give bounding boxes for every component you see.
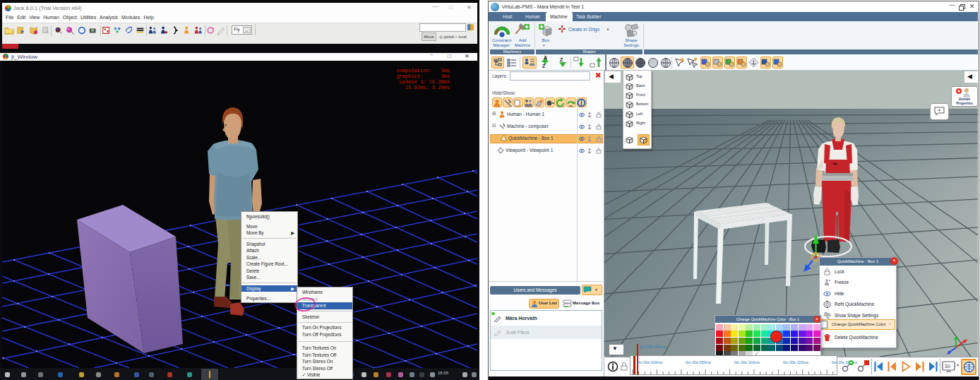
svg-text:30: 30	[945, 363, 950, 369]
